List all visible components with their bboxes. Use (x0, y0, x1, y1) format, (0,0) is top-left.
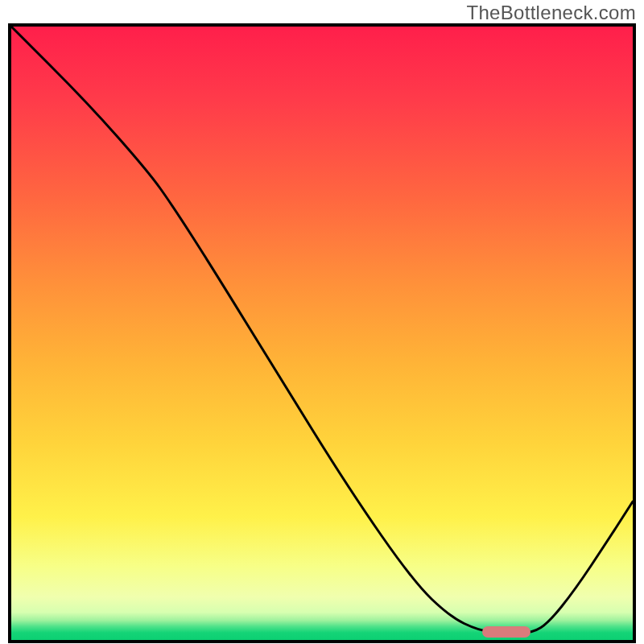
watermark-text: TheBottleneck.com (466, 2, 636, 24)
chart-frame: TheBottleneck.com (0, 0, 644, 644)
bottleneck-curve (11, 27, 633, 640)
plot-area (8, 23, 636, 643)
highlight-bar (482, 626, 530, 638)
